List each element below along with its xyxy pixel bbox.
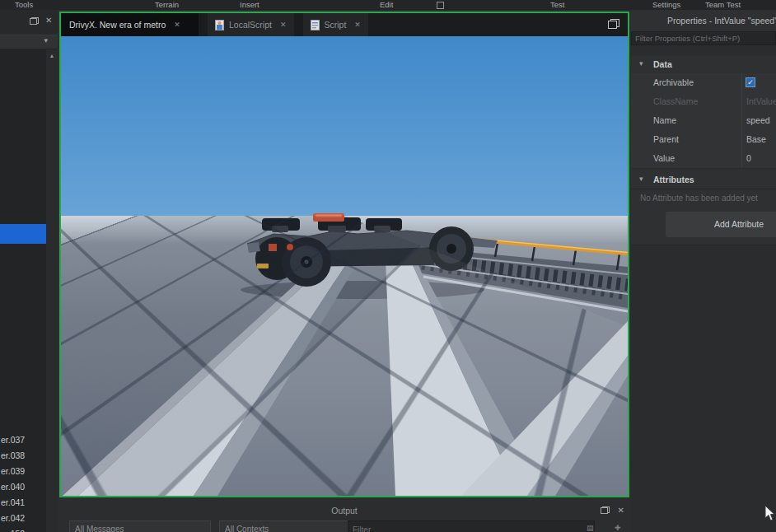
float-output-icon[interactable]	[601, 506, 610, 514]
panel-dropdown[interactable]: ▾	[0, 35, 58, 49]
property-label: Parent	[653, 130, 679, 149]
attributes-empty-text: No Attribute has been added yet	[640, 189, 776, 208]
section-label: Data	[653, 56, 672, 73]
section-attributes[interactable]: ▾ Attributes	[631, 171, 776, 189]
list-item[interactable]: er.038	[1, 448, 25, 464]
property-value[interactable]: speed	[746, 111, 770, 130]
menu-edit[interactable]: Edit	[380, 0, 393, 10]
localscript-icon	[215, 20, 224, 30]
section-data[interactable]: ▾ Data	[631, 56, 776, 74]
property-value: IntValue	[746, 92, 776, 111]
chevron-down-icon: ▾	[639, 59, 643, 68]
list-item[interactable]: er.041	[1, 495, 25, 511]
3d-viewport[interactable]	[61, 36, 628, 496]
scroll-up-icon[interactable]: ▲	[46, 49, 58, 62]
properties-title: Properties - IntValue "speed"	[667, 10, 776, 31]
menu-bar: Tools Terrain Insert Edit Test Settings …	[0, 0, 776, 10]
output-filter-input[interactable]	[348, 520, 595, 532]
concrete-beam-left	[63, 250, 359, 496]
menu-settings[interactable]: Settings	[652, 0, 680, 10]
property-row: Name speed	[631, 111, 776, 131]
tab-localscript[interactable]: LocalScript ✕	[208, 13, 294, 36]
list-item[interactable]: er.152	[1, 526, 25, 532]
tab-label: Script	[325, 20, 347, 30]
close-output-icon[interactable]: ✕	[618, 506, 624, 516]
tab-script[interactable]: Script ✕	[303, 13, 368, 36]
app-window: Tools Terrain Insert Edit Test Settings …	[0, 0, 776, 532]
property-label: Name	[653, 111, 676, 130]
menu-test[interactable]: Test	[550, 0, 564, 10]
close-tab-icon[interactable]: ✕	[174, 21, 180, 29]
selected-list-item[interactable]	[0, 224, 46, 244]
list-item[interactable]: er.037	[1, 432, 25, 448]
close-panel-icon[interactable]: ✕	[45, 16, 52, 26]
tab-label: DrivyX. New era of metro	[69, 20, 166, 30]
caret-down-icon: ▾	[44, 36, 48, 44]
property-label: Archivable	[653, 73, 694, 92]
output-wordwrap-icon[interactable]: ▤	[587, 524, 594, 532]
output-messages-dropdown[interactable]: All Messages	[69, 520, 211, 532]
bogie-yellow-shoe	[257, 264, 269, 268]
property-label: Value	[653, 149, 675, 168]
list-item[interactable]: er.042	[1, 511, 25, 526]
left-dock-panel: ✕ ▾ ▲ er.037 er.038 er.039 er.040 er.041…	[0, 10, 58, 532]
float-document-icon[interactable]	[608, 19, 619, 29]
menu-tools[interactable]: Tools	[15, 0, 33, 10]
list-item[interactable]: er.040	[1, 479, 25, 495]
scrollbar[interactable]: ▲	[46, 49, 58, 532]
property-row: Value 0	[631, 149, 776, 169]
output-title: Output	[58, 501, 631, 520]
menu-insert[interactable]: Insert	[240, 0, 259, 10]
output-clear-icon[interactable]: ✚	[615, 524, 621, 532]
properties-filter-input[interactable]	[631, 31, 776, 45]
tab-label: LocalScript	[229, 20, 272, 30]
property-row: Archivable ✓	[631, 73, 776, 93]
script-icon	[311, 20, 320, 30]
menu-team-test[interactable]: Team Test	[705, 0, 741, 10]
property-label: ClassName	[653, 92, 698, 111]
property-value[interactable]: Base	[746, 130, 766, 149]
panel-list: ▲ er.037 er.038 er.039 er.040 er.041 er.…	[0, 49, 58, 532]
float-panel-icon[interactable]	[30, 17, 39, 25]
tab-bar: DrivyX. New era of metro ✕ LocalScript ✕	[61, 13, 628, 36]
properties-panel: Properties - IntValue "speed" ▾ Data Arc…	[631, 10, 776, 532]
scene-overlay	[61, 36, 628, 496]
document-area: DrivyX. New era of metro ✕ LocalScript ✕	[59, 12, 629, 497]
add-attribute-button[interactable]: Add Attribute	[666, 212, 776, 237]
list-item[interactable]: er.039	[1, 464, 25, 479]
archivable-checkbox[interactable]: ✓	[746, 77, 755, 87]
property-row: ClassName IntValue	[631, 92, 776, 112]
mouse-cursor	[764, 506, 776, 522]
section-label: Attributes	[653, 171, 694, 189]
close-tab-icon[interactable]: ✕	[354, 21, 361, 29]
chevron-down-icon: ▾	[639, 175, 643, 183]
property-value[interactable]: 0	[746, 149, 751, 168]
tab-game[interactable]: DrivyX. New era of metro ✕	[62, 13, 199, 36]
dialog-launcher-icon[interactable]	[437, 2, 444, 9]
properties-empty-area	[631, 245, 776, 532]
property-row: Parent Base	[631, 130, 776, 150]
close-tab-icon[interactable]: ✕	[280, 21, 287, 29]
output-panel: Output ✕ All Messages All Contexts ▤ ✚	[58, 501, 631, 532]
bogie-shadow	[241, 281, 484, 299]
menu-terrain[interactable]: Terrain	[155, 0, 179, 10]
